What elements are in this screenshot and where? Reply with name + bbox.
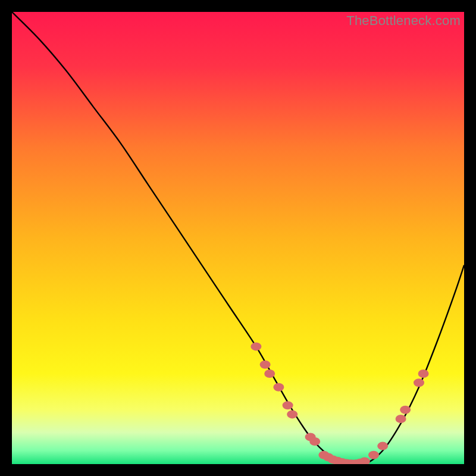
curve-marker: [377, 442, 388, 450]
curve-marker: [418, 369, 429, 378]
curve-marker: [414, 378, 424, 387]
curve-marker: [309, 437, 320, 446]
curve-marker: [260, 361, 271, 369]
curve-marker: [396, 415, 406, 423]
curve-marker: [368, 451, 379, 459]
watermark-text: TheBottleneck.com: [346, 13, 461, 29]
curve-marker: [400, 406, 411, 414]
curve-marker: [250, 342, 261, 350]
chart-frame: TheBottleneck.com: [12, 12, 464, 464]
curve-marker: [273, 383, 284, 392]
curve-marker: [283, 401, 293, 409]
gradient-background: [12, 12, 464, 464]
curve-marker: [287, 410, 298, 418]
chart-svg: [12, 12, 464, 464]
curve-marker: [264, 369, 275, 378]
